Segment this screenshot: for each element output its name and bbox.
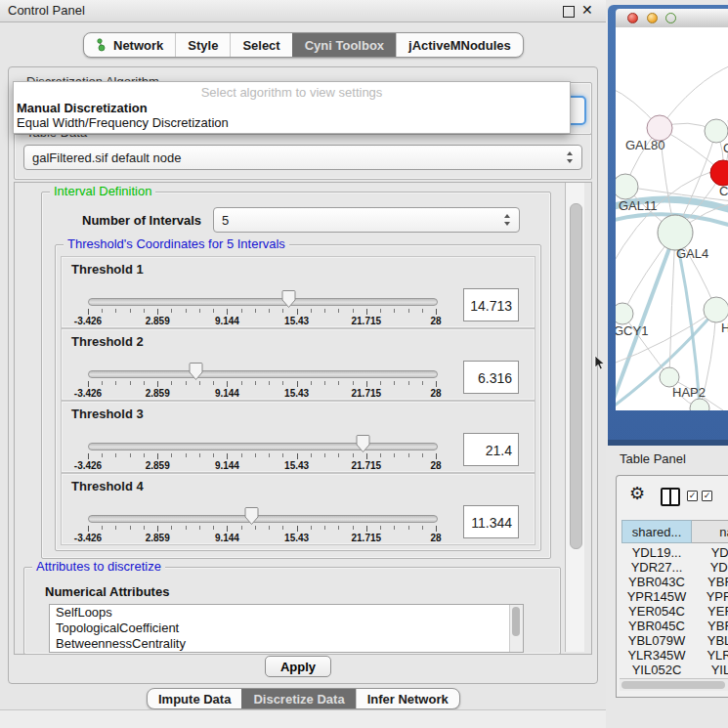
vertical-scrollbar[interactable]	[565, 183, 584, 652]
column-header-name[interactable]: name	[692, 520, 728, 543]
tick-label: 2.859	[146, 460, 170, 471]
tick-mark	[213, 309, 214, 313]
list-item[interactable]: TopologicalCoefficient	[50, 621, 523, 636]
scrollbar-thumb[interactable]	[512, 607, 520, 636]
tick-mark	[380, 526, 381, 530]
slider-track[interactable]	[88, 515, 438, 523]
network-node[interactable]	[704, 297, 728, 322]
split-columns-icon[interactable]	[661, 488, 680, 506]
tick-mark	[394, 309, 395, 313]
numerical-attributes-list[interactable]: SelfLoopsTopologicalCoefficientBetweenne…	[49, 604, 524, 653]
dropdown-option-manual-discretization[interactable]: Manual Discretization	[17, 101, 148, 115]
threshold-value-field[interactable]: 6.316	[463, 361, 519, 394]
float-window-icon[interactable]	[563, 6, 575, 18]
list-item[interactable]: BetweennessCentrality	[50, 636, 523, 652]
mac-close-button[interactable]	[627, 13, 638, 23]
tick-label: 28	[430, 533, 441, 543]
close-icon[interactable]: ✕	[581, 2, 593, 18]
network-node[interactable]	[690, 399, 709, 410]
tick-mark	[269, 453, 270, 457]
tick-mark	[436, 309, 437, 315]
network-window-titlebar[interactable]	[616, 9, 728, 28]
tick-mark	[115, 453, 116, 457]
tab-select[interactable]: Select	[230, 33, 291, 57]
tick-mark	[436, 381, 437, 387]
scrollbar-thumb[interactable]	[570, 203, 582, 549]
checkbox-icon[interactable]: ✓	[687, 491, 698, 501]
network-edge[interactable]	[660, 64, 728, 128]
table-row[interactable]: YBL079WYBL079W	[621, 633, 728, 648]
tick-mark	[408, 309, 409, 313]
tick-mark	[213, 381, 214, 385]
tab-network[interactable]: Network	[84, 33, 175, 57]
network-node[interactable]	[660, 367, 679, 387]
threshold-value-field[interactable]: 14.713	[463, 288, 519, 321]
spinner-arrows-icon	[504, 214, 511, 226]
tab-impute-data[interactable]: Impute Data	[148, 689, 241, 708]
number-of-intervals-label: Number of Intervals	[82, 213, 201, 228]
tick-mark	[394, 453, 395, 457]
tab-cyni-toolbox[interactable]: Cyni Toolbox	[292, 33, 396, 57]
tick-mark	[422, 381, 423, 385]
table-row[interactable]: YIL052CYIL052C	[621, 663, 728, 676]
mac-zoom-button[interactable]	[665, 13, 676, 23]
table-row[interactable]: YLR345WYLR345W	[621, 648, 728, 663]
tick-mark	[311, 309, 312, 313]
table-row[interactable]: YER054CYER054C	[621, 604, 728, 619]
scrollbar-thumb[interactable]	[621, 681, 725, 689]
tick-mark	[227, 381, 228, 387]
tick-mark	[171, 453, 172, 457]
tick-mark	[380, 453, 381, 457]
checkbox-icon[interactable]: ✓	[702, 491, 712, 501]
threshold-label: Threshold 4	[71, 479, 144, 493]
slider-track[interactable]	[88, 370, 438, 378]
tab-style[interactable]: Style	[175, 33, 230, 57]
slider-thumb[interactable]	[244, 506, 259, 526]
mac-minimize-button[interactable]	[647, 13, 658, 23]
table-row[interactable]: YPR145WYPR145W	[621, 589, 728, 604]
tick-mark	[171, 309, 172, 313]
slider-thumb[interactable]	[281, 289, 296, 309]
network-node[interactable]	[616, 303, 633, 324]
slider-track[interactable]	[88, 443, 438, 450]
dropdown-option-equal-width-frequency[interactable]: Equal Width/Frequency Discretization	[17, 115, 229, 130]
table-data-combo[interactable]: galFiltered.sif default node	[23, 145, 582, 170]
list-vertical-scrollbar[interactable]	[509, 605, 523, 652]
table-row[interactable]: YDL19...YDL19...	[621, 545, 728, 560]
threshold-label: Threshold 1	[71, 262, 144, 277]
node-label: GAL80	[625, 138, 664, 152]
slider-track[interactable]	[88, 298, 438, 306]
list-item[interactable]: SelfLoops	[50, 605, 523, 621]
network-node[interactable]	[658, 215, 693, 250]
tick-mark	[115, 526, 116, 530]
tab-discretize-data[interactable]: Discretize Data	[241, 689, 355, 708]
network-node[interactable]	[616, 174, 638, 199]
tick-mark	[102, 453, 103, 457]
column-header-shared-name[interactable]: shared...	[621, 520, 692, 543]
tab-infer-network[interactable]: Infer Network	[356, 689, 459, 708]
horizontal-scrollbar[interactable]	[620, 678, 728, 691]
table-row[interactable]: YDR27...YDR27...	[621, 560, 728, 575]
table-row[interactable]: YBR043CYBR043C	[621, 575, 728, 589]
slider-thumb[interactable]	[189, 362, 203, 381]
tick-mark	[227, 526, 228, 532]
number-of-intervals-combo[interactable]: 5	[213, 207, 520, 233]
tick-mark	[366, 309, 367, 315]
network-node[interactable]	[705, 119, 728, 143]
cell-name: YBL079W	[692, 633, 728, 648]
table-row[interactable]: YBR045CYBR045C	[621, 619, 728, 633]
settings-gear-icon[interactable]: ⚙	[629, 483, 645, 504]
tick-mark	[353, 526, 354, 530]
tab-jactivemnodules[interactable]: jActiveMNodules	[396, 33, 523, 57]
tick-label: 2.859	[146, 533, 170, 543]
mouse-cursor	[594, 356, 606, 371]
threshold-value-field[interactable]: 21.4	[463, 433, 519, 466]
network-canvas[interactable]: GAL80GACGAL11GAL4GCY1HHAP2	[616, 27, 728, 410]
tick-mark	[394, 381, 395, 385]
slider-thumb[interactable]	[356, 434, 370, 453]
apply-button[interactable]: Apply	[265, 656, 331, 677]
cell-shared-name: YIL052C	[621, 663, 692, 676]
threshold-value-field[interactable]: 11.344	[463, 505, 519, 538]
tick-mark	[394, 526, 395, 530]
page-title: Control Panel	[8, 3, 85, 18]
